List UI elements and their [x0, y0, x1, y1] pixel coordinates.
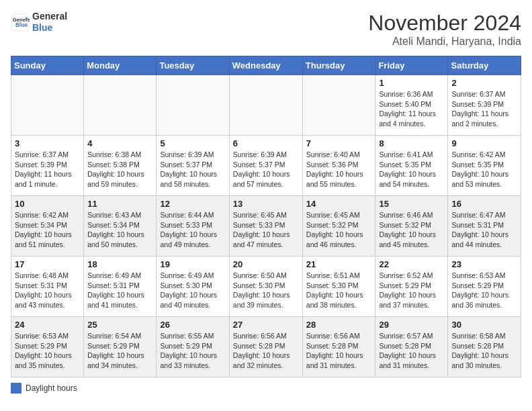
day-number: 5 — [160, 138, 225, 148]
calendar-cell: 26Sunrise: 6:55 AM Sunset: 5:29 PM Dayli… — [157, 317, 229, 377]
logo-icon: General Blue — [11, 13, 30, 32]
calendar-table: SundayMondayTuesdayWednesdayThursdayFrid… — [11, 56, 521, 377]
day-number: 28 — [306, 320, 372, 330]
day-info: Sunrise: 6:39 AM Sunset: 5:37 PM Dayligh… — [233, 150, 299, 189]
calendar-cell: 20Sunrise: 6:50 AM Sunset: 5:30 PM Dayli… — [229, 257, 302, 317]
day-number: 13 — [233, 199, 299, 209]
day-number: 4 — [87, 138, 152, 148]
day-number: 25 — [87, 320, 152, 330]
calendar-week-row: 1Sunrise: 6:36 AM Sunset: 5:40 PM Daylig… — [11, 75, 521, 136]
calendar-cell: 22Sunrise: 6:52 AM Sunset: 5:29 PM Dayli… — [375, 257, 448, 317]
day-number: 3 — [15, 138, 80, 148]
month-title: November 2024 — [368, 11, 521, 36]
calendar-cell: 1Sunrise: 6:36 AM Sunset: 5:40 PM Daylig… — [375, 75, 448, 136]
calendar-week-row: 24Sunrise: 6:53 AM Sunset: 5:29 PM Dayli… — [11, 317, 521, 377]
day-number: 29 — [379, 320, 444, 330]
day-number: 6 — [233, 138, 299, 148]
day-number: 21 — [306, 259, 372, 269]
logo: General Blue General Blue — [11, 11, 67, 34]
day-info: Sunrise: 6:40 AM Sunset: 5:36 PM Dayligh… — [306, 150, 372, 189]
day-number: 2 — [451, 78, 517, 88]
header: General Blue General Blue November 2024 … — [11, 11, 521, 48]
calendar-cell: 17Sunrise: 6:48 AM Sunset: 5:31 PM Dayli… — [11, 257, 84, 317]
day-number: 1 — [379, 78, 444, 88]
day-info: Sunrise: 6:53 AM Sunset: 5:29 PM Dayligh… — [451, 271, 517, 310]
day-info: Sunrise: 6:45 AM Sunset: 5:33 PM Dayligh… — [233, 210, 299, 250]
calendar-cell — [229, 75, 302, 136]
calendar-week-row: 17Sunrise: 6:48 AM Sunset: 5:31 PM Dayli… — [11, 257, 521, 317]
calendar-cell: 11Sunrise: 6:43 AM Sunset: 5:34 PM Dayli… — [84, 196, 157, 257]
day-info: Sunrise: 6:53 AM Sunset: 5:29 PM Dayligh… — [15, 331, 80, 371]
calendar-cell: 29Sunrise: 6:57 AM Sunset: 5:28 PM Dayli… — [375, 317, 448, 377]
calendar-cell — [157, 75, 229, 136]
day-number: 12 — [160, 199, 225, 209]
day-info: Sunrise: 6:50 AM Sunset: 5:30 PM Dayligh… — [233, 271, 299, 310]
calendar-cell: 9Sunrise: 6:42 AM Sunset: 5:35 PM Daylig… — [448, 136, 521, 196]
day-number: 7 — [306, 138, 372, 148]
day-info: Sunrise: 6:58 AM Sunset: 5:28 PM Dayligh… — [451, 331, 517, 371]
weekday-header-wednesday: Wednesday — [229, 56, 302, 75]
day-info: Sunrise: 6:39 AM Sunset: 5:37 PM Dayligh… — [160, 150, 225, 189]
weekday-header-saturday: Saturday — [448, 56, 521, 75]
calendar-week-row: 3Sunrise: 6:37 AM Sunset: 5:39 PM Daylig… — [11, 136, 521, 196]
weekday-header-friday: Friday — [375, 56, 448, 75]
day-info: Sunrise: 6:52 AM Sunset: 5:29 PM Dayligh… — [379, 271, 444, 310]
day-info: Sunrise: 6:55 AM Sunset: 5:29 PM Dayligh… — [160, 331, 225, 371]
calendar-cell: 14Sunrise: 6:45 AM Sunset: 5:32 PM Dayli… — [302, 196, 375, 257]
calendar-cell: 28Sunrise: 6:56 AM Sunset: 5:28 PM Dayli… — [302, 317, 375, 377]
day-number: 18 — [87, 259, 152, 269]
calendar-cell: 2Sunrise: 6:37 AM Sunset: 5:39 PM Daylig… — [448, 75, 521, 136]
day-number: 22 — [379, 259, 444, 269]
logo-text-general: General — [32, 11, 67, 22]
day-info: Sunrise: 6:41 AM Sunset: 5:35 PM Dayligh… — [379, 150, 444, 189]
calendar-cell: 24Sunrise: 6:53 AM Sunset: 5:29 PM Dayli… — [11, 317, 84, 377]
calendar-cell — [302, 75, 375, 136]
day-info: Sunrise: 6:42 AM Sunset: 5:35 PM Dayligh… — [451, 150, 517, 189]
weekday-header-sunday: Sunday — [11, 56, 84, 75]
day-info: Sunrise: 6:38 AM Sunset: 5:38 PM Dayligh… — [87, 150, 152, 189]
day-number: 27 — [233, 320, 299, 330]
calendar-cell: 5Sunrise: 6:39 AM Sunset: 5:37 PM Daylig… — [157, 136, 229, 196]
day-info: Sunrise: 6:49 AM Sunset: 5:31 PM Dayligh… — [87, 271, 152, 310]
calendar-cell: 16Sunrise: 6:47 AM Sunset: 5:31 PM Dayli… — [448, 196, 521, 257]
day-info: Sunrise: 6:45 AM Sunset: 5:32 PM Dayligh… — [306, 210, 372, 250]
calendar-cell: 8Sunrise: 6:41 AM Sunset: 5:35 PM Daylig… — [375, 136, 448, 196]
logo-text-blue: Blue — [32, 22, 67, 34]
calendar-cell: 23Sunrise: 6:53 AM Sunset: 5:29 PM Dayli… — [448, 257, 521, 317]
day-info: Sunrise: 6:42 AM Sunset: 5:34 PM Dayligh… — [15, 210, 80, 250]
calendar-cell: 30Sunrise: 6:58 AM Sunset: 5:28 PM Dayli… — [448, 317, 521, 377]
calendar-cell — [84, 75, 157, 136]
day-info: Sunrise: 6:46 AM Sunset: 5:32 PM Dayligh… — [379, 210, 444, 250]
svg-text:Blue: Blue — [15, 21, 28, 28]
day-number: 19 — [160, 259, 225, 269]
title-area: November 2024 Ateli Mandi, Haryana, Indi… — [368, 11, 521, 48]
calendar-cell — [11, 75, 84, 136]
weekday-header-row: SundayMondayTuesdayWednesdayThursdayFrid… — [11, 56, 521, 75]
legend-color-box — [11, 383, 21, 394]
day-info: Sunrise: 6:56 AM Sunset: 5:28 PM Dayligh… — [306, 331, 372, 371]
day-number: 26 — [160, 320, 225, 330]
weekday-header-thursday: Thursday — [302, 56, 375, 75]
day-info: Sunrise: 6:54 AM Sunset: 5:29 PM Dayligh… — [87, 331, 152, 371]
weekday-header-tuesday: Tuesday — [157, 56, 229, 75]
calendar-cell: 10Sunrise: 6:42 AM Sunset: 5:34 PM Dayli… — [11, 196, 84, 257]
calendar-cell: 18Sunrise: 6:49 AM Sunset: 5:31 PM Dayli… — [84, 257, 157, 317]
calendar-cell: 13Sunrise: 6:45 AM Sunset: 5:33 PM Dayli… — [229, 196, 302, 257]
location-subtitle: Ateli Mandi, Haryana, India — [368, 36, 521, 48]
day-info: Sunrise: 6:49 AM Sunset: 5:30 PM Dayligh… — [160, 271, 225, 310]
day-info: Sunrise: 6:37 AM Sunset: 5:39 PM Dayligh… — [451, 89, 517, 129]
day-number: 11 — [87, 199, 152, 209]
calendar-cell: 19Sunrise: 6:49 AM Sunset: 5:30 PM Dayli… — [157, 257, 229, 317]
day-info: Sunrise: 6:37 AM Sunset: 5:39 PM Dayligh… — [15, 150, 80, 189]
day-number: 23 — [451, 259, 517, 269]
day-number: 15 — [379, 199, 444, 209]
day-info: Sunrise: 6:57 AM Sunset: 5:28 PM Dayligh… — [379, 331, 444, 371]
day-info: Sunrise: 6:56 AM Sunset: 5:28 PM Dayligh… — [233, 331, 299, 371]
calendar-cell: 4Sunrise: 6:38 AM Sunset: 5:38 PM Daylig… — [84, 136, 157, 196]
calendar-cell: 3Sunrise: 6:37 AM Sunset: 5:39 PM Daylig… — [11, 136, 84, 196]
day-number: 9 — [451, 138, 517, 148]
calendar-cell: 21Sunrise: 6:51 AM Sunset: 5:30 PM Dayli… — [302, 257, 375, 317]
calendar-cell: 6Sunrise: 6:39 AM Sunset: 5:37 PM Daylig… — [229, 136, 302, 196]
calendar-cell: 27Sunrise: 6:56 AM Sunset: 5:28 PM Dayli… — [229, 317, 302, 377]
day-info: Sunrise: 6:47 AM Sunset: 5:31 PM Dayligh… — [451, 210, 517, 250]
